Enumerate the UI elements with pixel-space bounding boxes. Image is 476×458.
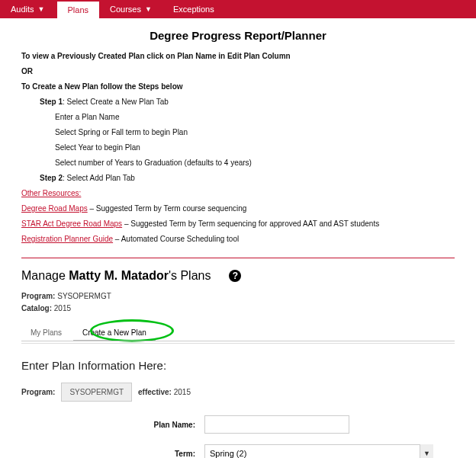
link-reg-planner[interactable]: Registration Planner Guide: [21, 235, 113, 243]
instr-step1: Step 1: Select Create a New Plan Tab: [21, 95, 455, 108]
meta-catalog-label: Catalog:: [21, 304, 52, 312]
step1-text: : Select Create a New Plan Tab: [63, 98, 169, 106]
nav-courses[interactable]: Courses ▼: [99, 0, 162, 18]
step2-text: : Select Add Plan Tab: [63, 174, 135, 182]
instructions-block: To view a Previously Created Plan click …: [21, 50, 455, 245]
step1-b: Select Spring or Fall term to begin Plan: [21, 126, 455, 139]
nav-exceptions-label: Exceptions: [173, 5, 214, 14]
nav-audits[interactable]: Audits ▼: [0, 0, 56, 18]
link-other-resources[interactable]: Other Resources:: [21, 189, 81, 197]
row-term: Term: Spring (2) ▼: [21, 444, 455, 458]
step1-label: Step 1: [40, 98, 63, 106]
link-degree-road-maps[interactable]: Degree Road Maps: [21, 204, 88, 213]
meta-program-label: Program:: [21, 292, 55, 300]
instr-create-new: To Create a New Plan follow the Steps be…: [21, 80, 455, 93]
nav-plans-label: Plans: [68, 5, 89, 14]
instr-step2: Step 2: Select Add Plan Tab: [21, 171, 455, 184]
step1-a: Enter a Plan Name: [21, 110, 455, 123]
input-plan-name[interactable]: [204, 415, 349, 434]
effective-label: effective:: [138, 388, 172, 396]
link2-suffix: – Suggested Term by Term sequencing for …: [122, 219, 379, 228]
instr-or: OR: [21, 65, 455, 78]
meta-program-value: SYSOPERMGT: [55, 292, 111, 300]
row-plan-name: Plan Name:: [21, 415, 455, 434]
caret-down-icon: ▼: [38, 5, 45, 13]
label-term: Term:: [21, 450, 204, 458]
nav-audits-label: Audits: [11, 5, 34, 14]
tab-my-plans[interactable]: My Plans: [21, 324, 71, 341]
instr-view-prev: To view a Previously Created Plan click …: [21, 50, 455, 62]
program-row: Program: SYSOPERMGT effective: 2015: [21, 383, 455, 402]
help-icon[interactable]: ?: [229, 270, 241, 282]
program-box: SYSOPERMGT: [61, 383, 132, 402]
step2-label: Step 2: [40, 174, 63, 182]
divider-red: [21, 258, 455, 258]
select-term[interactable]: Spring (2): [204, 444, 433, 458]
section-heading: Enter Plan Information Here:: [21, 359, 455, 372]
meta-catalog-value: 2015: [52, 304, 71, 312]
nav-exceptions[interactable]: Exceptions: [162, 0, 225, 18]
divider-light: [21, 343, 455, 344]
nav-plans[interactable]: Plans: [57, 2, 100, 18]
plan-tabs: My Plans Create a New Plan: [21, 324, 455, 341]
tab-create-new-plan[interactable]: Create a New Plan: [73, 324, 156, 341]
step1-c: Select Year to begin Plan: [21, 141, 455, 154]
caret-down-icon: ▼: [145, 5, 152, 13]
step1-d: Select number of Years to Graduation (de…: [21, 156, 455, 169]
manage-heading: Manage Matty M. Matador's Plans ?: [21, 266, 455, 290]
student-name: Matty M. Matador: [69, 269, 169, 282]
manage-prefix: Manage: [21, 269, 69, 282]
program-meta: Program: SYSOPERMGT Catalog: 2015: [21, 290, 455, 315]
effective-value: 2015: [172, 388, 191, 396]
link1-suffix: – Suggested Term by Term course sequenci…: [88, 204, 247, 213]
prog-label: Program:: [21, 388, 55, 396]
page-title: Degree Progress Report/Planner: [0, 18, 476, 50]
label-plan-name: Plan Name:: [21, 421, 204, 429]
nav-courses-label: Courses: [110, 5, 141, 14]
link3-suffix: – Automated Course Scheduling tool: [113, 235, 239, 243]
manage-suffix: 's Plans: [169, 269, 211, 282]
top-nav: Audits ▼ Plans Courses ▼ Exceptions: [0, 0, 476, 18]
link-star-act[interactable]: STAR Act Degree Road Maps: [21, 219, 122, 228]
